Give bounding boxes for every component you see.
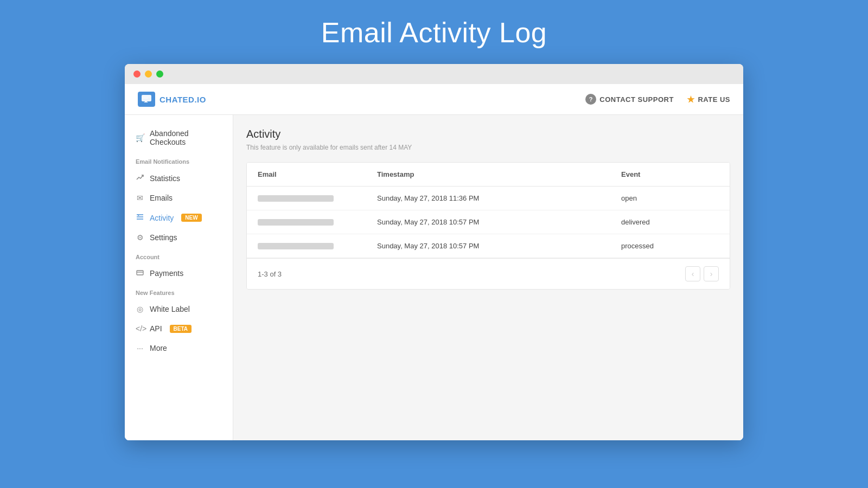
page-title: Email Activity Log [321,16,547,49]
api-beta-badge: Beta [170,325,192,333]
table-row: Sunday, May 27, 2018 10:57 PM processed [247,234,730,258]
email-icon: ✉ [136,194,144,202]
browser-window: CHATED.IO ? CONTACT SUPPORT ★ RATE US 🛒 … [125,64,743,440]
more-icon: ··· [136,344,144,352]
sidebar-item-emails[interactable]: ✉ Emails [125,188,233,208]
sidebar-item-activity[interactable]: Activity New [125,208,233,228]
svg-rect-2 [143,97,150,98]
main-content: Activity This feature is only available … [233,115,743,440]
sidebar-item-api[interactable]: </> API Beta [125,319,233,338]
table-row: Sunday, May 27, 2018 11:36 PM open [247,187,730,210]
timestamp-cell-1: Sunday, May 27, 2018 11:36 PM [377,194,621,202]
settings-icon: ⚙ [136,233,144,242]
help-icon: ? [585,94,596,105]
activity-table: Email Timestamp Event Sunday, May 27, 20… [246,162,730,290]
sidebar-emails-label: Emails [150,194,173,202]
chart-icon [136,174,144,183]
rate-us-button[interactable]: ★ RATE US [687,94,730,105]
table-header-timestamp: Timestamp [377,170,621,178]
sidebar-item-payments[interactable]: Payments [125,264,233,283]
app-header: CHATED.IO ? CONTACT SUPPORT ★ RATE US [125,84,743,115]
email-cell-3 [258,243,377,249]
svg-rect-3 [143,98,148,99]
sidebar-section-email-notifications: Email Notifications [125,152,233,168]
sidebar-item-statistics[interactable]: Statistics [125,168,233,188]
sidebar-item-white-label[interactable]: ◎ White Label [125,299,233,319]
contact-support-label: CONTACT SUPPORT [599,95,674,104]
app-body: 🛒 Abandoned Checkouts Email Notification… [125,115,743,440]
sidebar-item-label: Abandoned Checkouts [150,129,222,146]
code-icon: </> [136,324,144,333]
email-placeholder-3 [258,243,334,249]
minimize-dot[interactable] [145,70,152,78]
rate-us-label: RATE US [698,95,730,104]
sidebar-api-label: API [150,324,162,333]
sidebar: 🛒 Abandoned Checkouts Email Notification… [125,115,233,440]
sidebar-whitelabel-label: White Label [150,305,190,313]
contact-support-button[interactable]: ? CONTACT SUPPORT [585,94,674,105]
logo-text: CHATED.IO [159,95,206,104]
sidebar-activity-label: Activity [150,214,174,222]
sidebar-more-label: More [150,344,167,352]
pagination-info: 1-3 of 3 [258,270,282,278]
table-row: Sunday, May 27, 2018 10:57 PM delivered [247,210,730,234]
timestamp-cell-2: Sunday, May 27, 2018 10:57 PM [377,218,621,226]
header-actions: ? CONTACT SUPPORT ★ RATE US [585,94,730,105]
event-cell-2: delivered [621,218,719,226]
event-cell-3: processed [621,242,719,250]
table-header-event: Event [621,170,719,178]
email-cell-2 [258,219,377,226]
email-placeholder-2 [258,219,334,226]
pagination-controls: ‹ › [685,266,719,281]
sidebar-section-account: Account [125,247,233,264]
logo-area: CHATED.IO [138,92,206,107]
browser-chrome [125,64,743,84]
sidebar-section-new-features: New Features [125,283,233,299]
table-header: Email Timestamp Event [247,163,730,187]
payment-icon [136,269,144,278]
cart-icon: 🛒 [136,133,144,142]
activity-section-subtitle: This feature is only available for email… [246,144,730,151]
event-cell-1: open [621,194,719,202]
star-icon: ★ [687,94,695,105]
email-cell-1 [258,195,377,202]
close-dot[interactable] [133,70,141,78]
sidebar-item-abandoned-checkouts[interactable]: 🛒 Abandoned Checkouts [125,124,233,152]
sidebar-item-more[interactable]: ··· More [125,338,233,358]
sidebar-settings-label: Settings [150,233,177,242]
timestamp-cell-3: Sunday, May 27, 2018 10:57 PM [377,242,621,250]
sidebar-statistics-label: Statistics [150,174,180,183]
pagination-next-button[interactable]: › [704,266,719,281]
svg-rect-9 [137,271,143,275]
list-icon [136,213,144,222]
email-placeholder-1 [258,195,334,202]
maximize-dot[interactable] [156,70,163,78]
logo-icon [138,92,155,107]
sidebar-item-settings[interactable]: ⚙ Settings [125,228,233,247]
activity-section-title: Activity [246,128,730,140]
label-icon: ◎ [136,305,144,313]
pagination-prev-button[interactable]: ‹ [685,266,700,281]
table-header-email: Email [258,170,377,178]
pagination-area: 1-3 of 3 ‹ › [247,258,730,289]
sidebar-payments-label: Payments [150,269,183,278]
activity-new-badge: New [181,214,201,222]
